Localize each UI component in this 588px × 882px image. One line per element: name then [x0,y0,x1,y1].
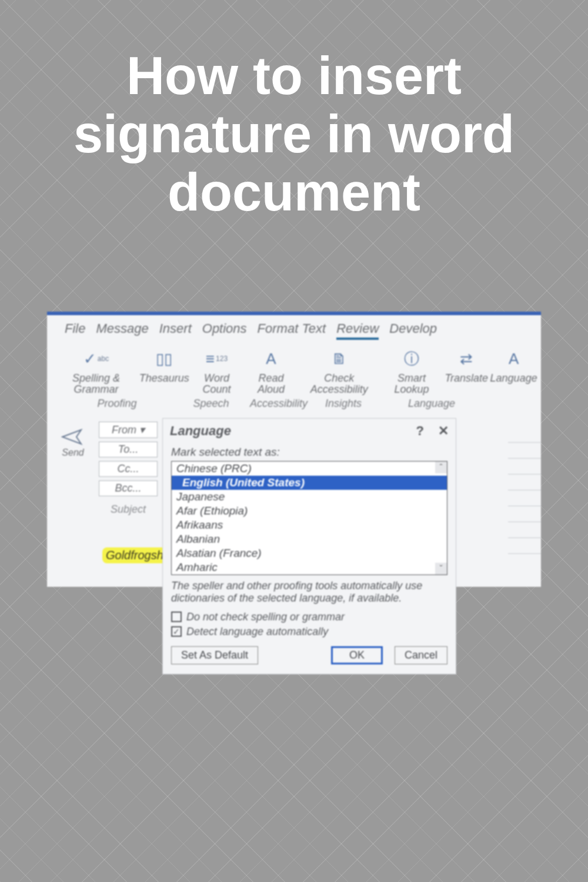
ribbon-read-aloud[interactable]: ARead Aloud [246,346,295,396]
word-icon: ≡123 [202,347,230,370]
language-option[interactable]: Alsatian (France) [172,546,447,560]
ribbon-translate[interactable]: ⇄Translate [445,346,487,396]
ribbon-label: Smart Lookup [385,373,439,395]
translate-icon: ⇄ [452,347,480,370]
dialog-title: Language [170,423,231,439]
ribbon-label: Thesaurus [139,373,189,384]
set-default-button[interactable]: Set As Default [171,646,258,664]
scroll-up-icon[interactable]: ˆ [435,462,447,473]
close-icon[interactable]: ✕ [438,423,449,439]
help-icon[interactable]: ? [416,423,424,439]
ribbon-label: Language [490,373,537,384]
tab-review[interactable]: Review [336,321,379,340]
tab-message[interactable]: Message [96,321,148,340]
compose-area: Send From ▾ To... Cc... Bcc... Subject G… [47,415,541,563]
subject-label: Subject [99,500,158,516]
detect-language-checkbox[interactable]: ✓ Detect language automatically [171,626,447,638]
checkbox-label: Do not check spelling or grammar [186,611,345,623]
ribbon-group-language: Language [373,397,490,410]
checkbox-icon: ✓ [171,626,182,637]
tab-insert[interactable]: Insert [159,321,192,340]
ribbon-label: Read Aloud [249,373,293,395]
smart-icon: ⓘ [397,347,426,370]
ribbon-language[interactable]: ALanguage [492,346,535,396]
language-option[interactable]: Amharic [172,560,447,574]
ribbon-group-speech: Speech [179,397,243,410]
spelling-icon: ✓abc [82,347,110,370]
ribbon-thesaurus[interactable]: ▯▯Thesaurus [142,346,187,396]
checkbox-label: Detect language automatically [186,626,328,638]
ribbon-label: Check Accessibility [303,373,376,395]
checkbox-icon [171,612,182,622]
message-body[interactable]: Goldfrogshfd [99,519,158,563]
send-column: Send [52,418,94,563]
language-option[interactable]: Albanian [172,532,447,546]
tab-options[interactable]: Options [202,321,247,340]
bcc-button[interactable]: Bcc... [99,480,158,496]
cancel-button[interactable]: Cancel [395,646,447,664]
ribbon-label: Spelling & Grammar [58,373,135,395]
send-icon[interactable] [60,426,86,447]
ok-button[interactable]: OK [331,646,383,664]
do-not-check-checkbox[interactable]: Do not check spelling or grammar [171,611,447,623]
language-listbox[interactable]: ˆ ˇ Chinese (PRC)English (United States)… [171,461,447,575]
cc-button[interactable]: Cc... [99,461,158,477]
ribbon-label: Translate [445,373,488,384]
ribbon-group-insights: Insights [314,397,373,410]
page-title: How to insert signature in word document [0,47,588,222]
ribbon-smart-lookup[interactable]: ⓘSmart Lookup [383,346,441,396]
tab-format-text[interactable]: Format Text [258,321,326,340]
language-option[interactable]: Afar (Ethiopia) [172,504,447,518]
mark-selected-label: Mark selected text as: [171,446,447,459]
ribbon-group-accessibility: Accessibility [243,397,314,410]
scroll-down-icon[interactable]: ˇ [435,563,447,574]
from-button[interactable]: From ▾ [99,422,158,438]
ribbon-tabs: FileMessageInsertOptionsFormat TextRevie… [47,315,541,342]
tab-file[interactable]: File [65,321,85,340]
language-option[interactable]: Afrikaans [172,518,447,532]
dialog-description: The speller and other proofing tools aut… [171,580,447,605]
language-option[interactable]: English (United States) [172,476,447,490]
ribbon: ✓abcSpelling & Grammar▯▯Thesaurus≡123Wor… [47,342,541,396]
ribbon-groups: ProofingSpeechAccessibilityInsightsLangu… [47,396,541,415]
ribbon-spelling-grammar[interactable]: ✓abcSpelling & Grammar [55,346,137,396]
app-window: FileMessageInsertOptionsFormat TextRevie… [47,312,541,587]
ruled-lines [508,427,541,554]
ribbon-group-proofing: Proofing [55,397,179,410]
language-option[interactable]: Japanese [172,490,447,504]
to-button[interactable]: To... [99,442,158,457]
header-fields: From ▾ To... Cc... Bcc... Subject Goldfr… [99,418,158,563]
language-dialog: Language ? ✕ Mark selected text as: ˆ ˇ … [162,418,456,674]
language-option[interactable]: Chinese (PRC) [172,462,447,476]
ribbon-check-accessibility[interactable]: 🗎Check Accessibility [300,346,378,396]
check-icon: 🗎 [325,347,353,370]
tab-develop[interactable]: Develop [389,321,437,340]
send-label[interactable]: Send [62,447,83,458]
read-icon: A [257,347,285,370]
language-icon: A [500,347,528,370]
ribbon-word-count[interactable]: ≡123Word Count [192,346,242,396]
ribbon-label: Word Count [194,373,240,395]
thesaurus-icon: ▯▯ [150,347,178,370]
